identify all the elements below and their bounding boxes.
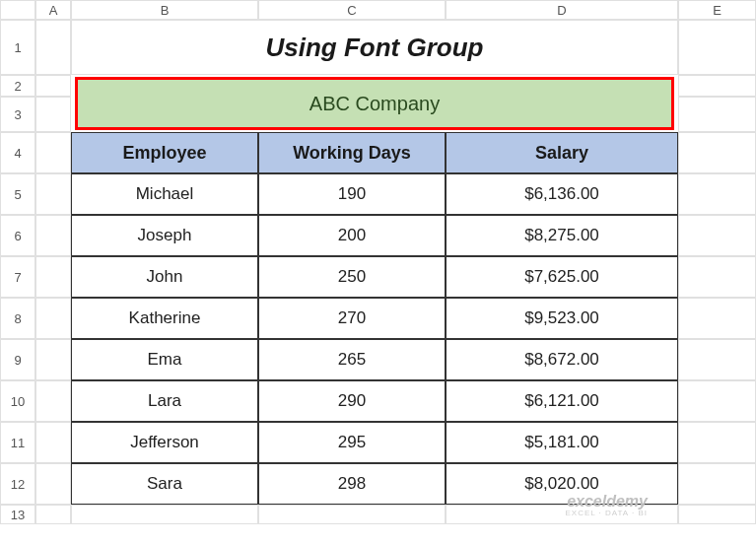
cell-a1[interactable] xyxy=(35,20,71,75)
row-header-13[interactable]: 13 xyxy=(0,505,35,524)
row-header-12[interactable]: 12 xyxy=(0,463,35,505)
cell-e1[interactable] xyxy=(678,20,756,75)
table-row[interactable]: $8,275.00 xyxy=(446,215,678,256)
table-header-salary[interactable]: Salary xyxy=(446,132,678,173)
watermark-brand: exceldemy xyxy=(565,494,648,510)
table-row[interactable]: 200 xyxy=(258,215,446,256)
table-header-employee[interactable]: Employee xyxy=(71,132,258,173)
cell-c13[interactable] xyxy=(258,505,446,524)
cell-a9[interactable] xyxy=(35,339,71,380)
cell-a2[interactable] xyxy=(35,75,71,97)
watermark-sub: EXCEL · DATA · BI xyxy=(565,510,648,517)
table-row[interactable]: $6,136.00 xyxy=(446,173,678,215)
page-title[interactable]: Using Font Group xyxy=(71,20,678,75)
cell-e7[interactable] xyxy=(678,256,756,298)
table-row[interactable]: Joseph xyxy=(71,215,258,256)
col-header-d[interactable]: D xyxy=(446,0,678,20)
cell-e10[interactable] xyxy=(678,380,756,422)
row-header-1[interactable]: 1 xyxy=(0,20,35,75)
table-row[interactable]: Lara xyxy=(71,380,258,422)
table-row[interactable]: Michael xyxy=(71,173,258,215)
cell-e9[interactable] xyxy=(678,339,756,380)
row-header-11[interactable]: 11 xyxy=(0,422,35,463)
row-header-8[interactable]: 8 xyxy=(0,298,35,339)
row-header-5[interactable]: 5 xyxy=(0,173,35,215)
table-row[interactable]: $8,672.00 xyxy=(446,339,678,380)
cell-b13[interactable] xyxy=(71,505,258,524)
table-row[interactable]: $5,181.00 xyxy=(446,422,678,463)
table-row[interactable]: Ema xyxy=(71,339,258,380)
cell-e2[interactable] xyxy=(678,75,756,97)
company-merged-cell[interactable]: ABC Company xyxy=(75,77,674,130)
table-row[interactable]: 265 xyxy=(258,339,446,380)
cell-e5[interactable] xyxy=(678,173,756,215)
col-header-c[interactable]: C xyxy=(258,0,446,20)
table-row[interactable]: 290 xyxy=(258,380,446,422)
table-row[interactable]: 295 xyxy=(258,422,446,463)
table-row[interactable]: 190 xyxy=(258,173,446,215)
cell-e11[interactable] xyxy=(678,422,756,463)
cell-e8[interactable] xyxy=(678,298,756,339)
row-header-3[interactable]: 3 xyxy=(0,97,35,132)
table-header-working-days[interactable]: Working Days xyxy=(258,132,446,173)
col-header-a[interactable]: A xyxy=(35,0,71,20)
cell-a7[interactable] xyxy=(35,256,71,298)
row-header-7[interactable]: 7 xyxy=(0,256,35,298)
col-header-b[interactable]: B xyxy=(71,0,258,20)
row-header-10[interactable]: 10 xyxy=(0,380,35,422)
table-row[interactable]: $9,523.00 xyxy=(446,298,678,339)
cell-a8[interactable] xyxy=(35,298,71,339)
row-header-4[interactable]: 4 xyxy=(0,132,35,173)
row-header-9[interactable]: 9 xyxy=(0,339,35,380)
table-row[interactable]: $6,121.00 xyxy=(446,380,678,422)
cell-e3[interactable] xyxy=(678,97,756,132)
cell-a13[interactable] xyxy=(35,505,71,524)
cell-a5[interactable] xyxy=(35,173,71,215)
cell-a3[interactable] xyxy=(35,97,71,132)
cell-e6[interactable] xyxy=(678,215,756,256)
spreadsheet-grid: A B C D E 1 Using Font Group 2 ABC Compa… xyxy=(0,0,756,524)
table-row[interactable]: 270 xyxy=(258,298,446,339)
cell-a10[interactable] xyxy=(35,380,71,422)
table-row[interactable]: John xyxy=(71,256,258,298)
table-row[interactable]: $7,625.00 xyxy=(446,256,678,298)
cell-e4[interactable] xyxy=(678,132,756,173)
table-row[interactable]: Katherine xyxy=(71,298,258,339)
table-row[interactable]: 298 xyxy=(258,463,446,505)
row-header-6[interactable]: 6 xyxy=(0,215,35,256)
cell-e12[interactable] xyxy=(678,463,756,505)
col-header-e[interactable]: E xyxy=(678,0,756,20)
cell-e13[interactable] xyxy=(678,505,756,524)
table-row[interactable]: 250 xyxy=(258,256,446,298)
cell-a12[interactable] xyxy=(35,463,71,505)
row-header-2[interactable]: 2 xyxy=(0,75,35,97)
cell-a6[interactable] xyxy=(35,215,71,256)
select-all-corner[interactable] xyxy=(0,0,35,20)
cell-a11[interactable] xyxy=(35,422,71,463)
watermark: exceldemy EXCEL · DATA · BI xyxy=(565,494,648,517)
cell-a4[interactable] xyxy=(35,132,71,173)
table-row[interactable]: Jefferson xyxy=(71,422,258,463)
table-row[interactable]: Sara xyxy=(71,463,258,505)
